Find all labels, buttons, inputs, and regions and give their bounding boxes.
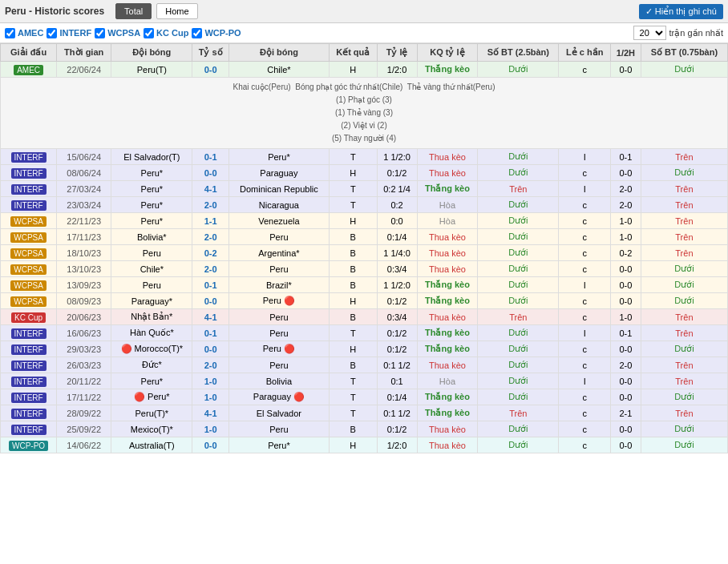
cell-home-team: Đức* [111, 357, 192, 373]
cell-score[interactable]: 0-0 [192, 293, 229, 309]
filter-amec-label: AMEC [18, 28, 43, 38]
cell-half: 0-0 [611, 373, 641, 389]
cell-score[interactable]: 2-0 [192, 357, 229, 373]
cell-result: T [329, 389, 377, 405]
cell-score[interactable]: 1-1 [192, 213, 229, 229]
col-away-team: Đội bóng [229, 44, 329, 62]
cell-score[interactable]: 0-0 [192, 62, 229, 78]
table-row: INTERF 27/03/24 Peru* 4-1 Dominican Repu… [1, 181, 728, 197]
cell-score[interactable]: 1-0 [192, 373, 229, 389]
cell-away-team: Peru [229, 309, 329, 325]
cell-odds: 1 1/2:0 [377, 277, 417, 293]
cell-competition: INTERF [1, 165, 57, 181]
cell-score[interactable]: 0-0 [192, 165, 229, 181]
cell-score[interactable]: 4-1 [192, 309, 229, 325]
filter-interf-checkbox[interactable] [47, 28, 57, 38]
header-bar: Peru - Historic scores Total Home ✓ Hiển… [0, 0, 728, 23]
cell-score[interactable]: 1-0 [192, 389, 229, 405]
cell-kq-ty-le: Thắng kèo [417, 62, 478, 78]
competition-badge: WCPSA [10, 280, 47, 291]
cell-competition: WCPSA [1, 261, 57, 277]
cell-result: B [329, 245, 377, 261]
filter-wcppo[interactable]: WCP-PO [192, 28, 241, 38]
filter-wcpsa-label: WCPSA [107, 28, 140, 38]
cell-score[interactable]: 4-1 [192, 405, 229, 421]
filter-kccup[interactable]: KC Cup [144, 28, 188, 38]
cell-home-team: Peru* [111, 181, 192, 197]
cell-half: 2-0 [611, 357, 641, 373]
cell-result: B [329, 309, 377, 325]
scores-table: Giải đấu Thời gian Đội bóng Tỷ số Đội bó… [0, 43, 728, 453]
cell-home-team: Bolivia* [111, 229, 192, 245]
cell-date: 16/06/23 [57, 325, 111, 341]
filter-interf[interactable]: INTERF [47, 28, 91, 38]
cell-date: 13/09/23 [57, 277, 111, 293]
show-note-button[interactable]: ✓ Hiển thị ghi chú [639, 4, 723, 19]
table-row: WCPSA 18/10/23 Peru 0-2 Argentina* B 1 1… [1, 245, 728, 261]
cell-kq-ty-le: Thắng kèo [417, 405, 478, 421]
filter-bar: AMEC INTERF WCPSA KC Cup WCP-PO 20 10 30… [0, 23, 728, 43]
cell-away-team: Paraguay 🔴 [229, 389, 329, 405]
tab-home[interactable]: Home [156, 3, 197, 19]
cell-score[interactable]: 0-2 [192, 245, 229, 261]
cell-home-team: El Salvador(T) [111, 149, 192, 165]
count-select[interactable]: 20 10 30 50 [633, 26, 666, 40]
cell-odds: 1 1/2:0 [377, 149, 417, 165]
cell-le-c: c [559, 421, 611, 437]
cell-result: T [329, 181, 377, 197]
cell-so-bt-075: Trên [641, 197, 727, 213]
filter-wcppo-label: WCP-PO [204, 28, 241, 38]
cell-score[interactable]: 4-1 [192, 181, 229, 197]
cell-score[interactable]: 0-0 [192, 437, 229, 453]
competition-badge: WCPSA [10, 248, 47, 259]
filter-wcppo-checkbox[interactable] [192, 28, 202, 38]
cell-half: 0-0 [611, 165, 641, 181]
cell-date: 25/09/22 [57, 421, 111, 437]
cell-so-bt-075: Trên [641, 357, 727, 373]
cell-away-team: Peru 🔴 [229, 293, 329, 309]
filter-wcpsa[interactable]: WCPSA [95, 28, 140, 38]
filter-kccup-checkbox[interactable] [144, 28, 154, 38]
table-row: WCPSA 22/11/23 Peru* 1-1 Venezuela H 0:0… [1, 213, 728, 229]
filter-wcpsa-checkbox[interactable] [95, 28, 105, 38]
cell-odds: 0:1/4 [377, 229, 417, 245]
filter-amec-checkbox[interactable] [5, 28, 15, 38]
cell-le-c: c [559, 357, 611, 373]
cell-so-bt-075: Trên [641, 149, 727, 165]
cell-kq-ty-le: Thắng kèo [417, 181, 478, 197]
cell-away-team: Bolivia [229, 373, 329, 389]
cell-away-team: Peru 🔴 [229, 341, 329, 357]
cell-kq-ty-le: Thua kèo [417, 165, 478, 181]
cell-competition: WCPSA [1, 245, 57, 261]
cell-so-bt-075: Trên [641, 373, 727, 389]
cell-score[interactable]: 2-0 [192, 229, 229, 245]
table-row-expand: Khai cuộc(Peru) Bóng phạt góc thứ nhất(C… [1, 78, 728, 149]
cell-kq-ty-le: Hòa [417, 373, 478, 389]
cell-score[interactable]: 0-1 [192, 149, 229, 165]
cell-score[interactable]: 0-1 [192, 277, 229, 293]
cell-home-team: Nhật Bản* [111, 309, 192, 325]
competition-badge: WCPSA [10, 264, 47, 275]
cell-so-bt-075: Dưới [641, 277, 727, 293]
cell-score[interactable]: 2-0 [192, 261, 229, 277]
cell-score[interactable]: 0-1 [192, 325, 229, 341]
cell-date: 29/03/23 [57, 341, 111, 357]
cell-so-bt-075: Trên [641, 405, 727, 421]
cell-so-bt-075: Dưới [641, 293, 727, 309]
cell-competition: INTERF [1, 373, 57, 389]
tab-total[interactable]: Total [115, 3, 152, 19]
cell-le-c: I [559, 149, 611, 165]
cell-score[interactable]: 1-0 [192, 421, 229, 437]
cell-so-bt-075: Trên [641, 229, 727, 245]
cell-competition: INTERF [1, 149, 57, 165]
cell-half: 2-0 [611, 197, 641, 213]
col-half: 1/2H [611, 44, 641, 62]
cell-result: H [329, 437, 377, 453]
cell-result: B [329, 357, 377, 373]
cell-score[interactable]: 2-0 [192, 197, 229, 213]
page-title: Peru - Historic scores [5, 6, 104, 17]
filter-amec[interactable]: AMEC [5, 28, 43, 38]
cell-competition: INTERF [1, 341, 57, 357]
table-row: INTERF 17/11/22 🔴 Peru* 1-0 Paraguay 🔴 T… [1, 389, 728, 405]
cell-score[interactable]: 0-0 [192, 341, 229, 357]
